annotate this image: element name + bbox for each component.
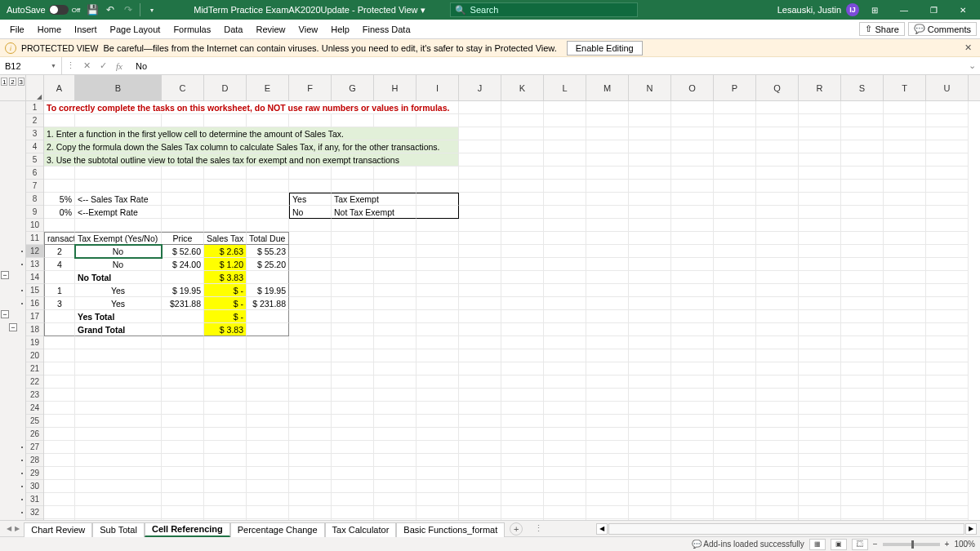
cell-Q10[interactable] [756, 219, 799, 232]
cell-Q19[interactable] [756, 336, 799, 349]
cell-D9[interactable] [204, 206, 247, 219]
cell-N25[interactable] [629, 415, 671, 428]
cell-K23[interactable] [501, 389, 544, 402]
col-header-U[interactable]: U [926, 75, 969, 100]
cell-K3[interactable] [501, 127, 544, 140]
cell-L30[interactable] [544, 480, 586, 493]
cell-E2[interactable] [247, 114, 289, 127]
cell-C12[interactable]: $ 52.60 [162, 245, 204, 258]
cell-B2[interactable] [75, 114, 162, 127]
sheet-tab-cell-referencing[interactable]: Cell Referencing [145, 522, 230, 537]
cell-R8[interactable] [799, 193, 841, 206]
cell-B15[interactable]: Yes [75, 284, 162, 297]
cell-P2[interactable] [714, 114, 756, 127]
cell-O24[interactable] [671, 402, 714, 415]
col-header-Q[interactable]: Q [756, 75, 799, 100]
cell-F13[interactable] [289, 258, 332, 271]
cell-K12[interactable] [501, 245, 544, 258]
cell-E25[interactable] [247, 415, 289, 428]
cell-T10[interactable] [884, 219, 926, 232]
cancel-formula-icon[interactable]: ✕ [78, 57, 95, 75]
cell-H29[interactable] [374, 467, 416, 480]
cell-L2[interactable] [544, 114, 586, 127]
cell-K25[interactable] [501, 415, 544, 428]
cell-T7[interactable] [884, 180, 926, 193]
cell-J9[interactable] [459, 206, 501, 219]
cell-J21[interactable] [459, 362, 501, 375]
cell-T25[interactable] [884, 415, 926, 428]
cell-M9[interactable] [586, 206, 629, 219]
cell-S7[interactable] [841, 180, 884, 193]
tab-finess-data[interactable]: Finess Data [356, 20, 417, 39]
cell-J27[interactable] [459, 441, 501, 454]
cell-M6[interactable] [586, 167, 629, 180]
cell-H25[interactable] [374, 415, 416, 428]
cell-A18[interactable] [44, 323, 75, 336]
customize-qat-icon[interactable]: ▾ [145, 2, 159, 17]
cell-I16[interactable] [416, 297, 459, 310]
outline-level-3[interactable]: 3 [18, 78, 24, 86]
cell-K17[interactable] [501, 310, 544, 323]
cell-J8[interactable] [459, 193, 501, 206]
cell-A29[interactable] [44, 467, 75, 480]
cell-G25[interactable] [332, 415, 374, 428]
cell-G14[interactable] [332, 271, 374, 284]
cell-K20[interactable] [501, 349, 544, 362]
cell-N13[interactable] [629, 258, 671, 271]
cell-T28[interactable] [884, 454, 926, 467]
cell-S23[interactable] [841, 389, 884, 402]
cell-O31[interactable] [671, 493, 714, 506]
cell-F16[interactable] [289, 297, 332, 310]
cell-D18[interactable]: $ 3.83 [204, 323, 247, 336]
cell-K1[interactable] [501, 101, 544, 114]
cell-E15[interactable]: $ 19.95 [247, 284, 289, 297]
cell-I6[interactable] [416, 167, 459, 180]
cell-I26[interactable] [416, 428, 459, 441]
cell-C2[interactable] [162, 114, 204, 127]
cell-F14[interactable] [289, 271, 332, 284]
cell-L8[interactable] [544, 193, 586, 206]
zoom-in-icon[interactable]: + [945, 540, 950, 549]
cell-U28[interactable] [926, 454, 969, 467]
expand-formula-bar-icon[interactable]: ⌄ [964, 60, 980, 71]
cell-S11[interactable] [841, 232, 884, 245]
cell-P16[interactable] [714, 297, 756, 310]
cell-M18[interactable] [586, 323, 629, 336]
cell-L18[interactable] [544, 323, 586, 336]
cell-G6[interactable] [332, 167, 374, 180]
outline-collapse-17[interactable]: − [1, 310, 9, 318]
cell-B13[interactable]: No [75, 258, 162, 271]
cell-M25[interactable] [586, 415, 629, 428]
cell-M14[interactable] [586, 271, 629, 284]
cell-I15[interactable] [416, 284, 459, 297]
cell-N12[interactable] [629, 245, 671, 258]
cell-R16[interactable] [799, 297, 841, 310]
cell-O19[interactable] [671, 336, 714, 349]
tab-page-layout[interactable]: Page Layout [104, 20, 167, 39]
cell-L17[interactable] [544, 310, 586, 323]
cell-Q29[interactable] [756, 467, 799, 480]
cell-F23[interactable] [289, 389, 332, 402]
cell-J1[interactable] [459, 101, 501, 114]
tab-view[interactable]: View [292, 20, 325, 39]
cell-E11[interactable]: Total Due [247, 232, 289, 245]
row-header-30[interactable]: 30 [26, 480, 43, 493]
row-header-21[interactable]: 21 [26, 362, 43, 375]
cell-H21[interactable] [374, 362, 416, 375]
cell-D25[interactable] [204, 415, 247, 428]
cell-S24[interactable] [841, 402, 884, 415]
cell-G10[interactable] [332, 219, 374, 232]
cell-J26[interactable] [459, 428, 501, 441]
cell-H24[interactable] [374, 402, 416, 415]
cell-U32[interactable] [926, 506, 969, 519]
cell-K14[interactable] [501, 271, 544, 284]
cell-K6[interactable] [501, 167, 544, 180]
cell-R28[interactable] [799, 454, 841, 467]
cell-P12[interactable] [714, 245, 756, 258]
cell-B8[interactable]: <-- Sales Tax Rate [75, 193, 162, 206]
cell-N27[interactable] [629, 441, 671, 454]
cell-Q4[interactable] [756, 140, 799, 153]
cell-F24[interactable] [289, 402, 332, 415]
cell-O27[interactable] [671, 441, 714, 454]
cell-R21[interactable] [799, 362, 841, 375]
